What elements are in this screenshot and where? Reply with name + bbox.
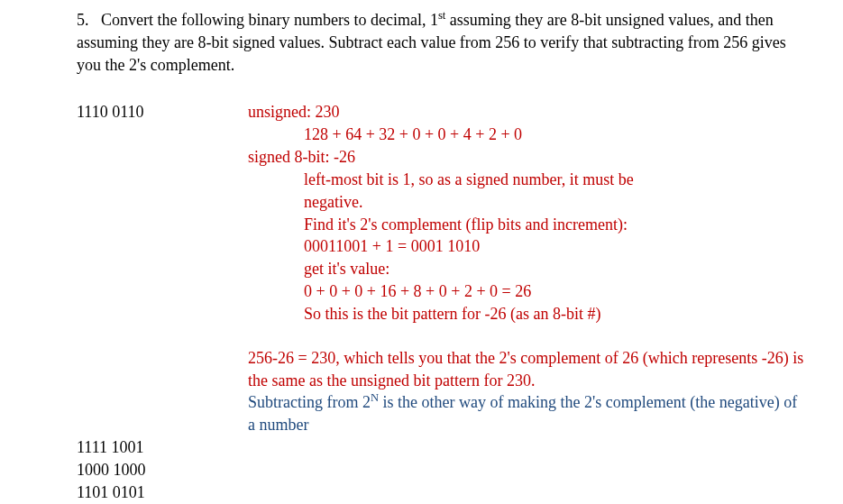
signed-line: 0 + 0 + 0 + 16 + 8 + 0 + 2 + 0 = 26 (248, 280, 807, 303)
signed-line: 00011001 + 1 = 0001 1010 (248, 235, 807, 258)
question-body-before-sup: Convert the following binary numbers to … (101, 11, 438, 29)
signed-line: left-most bit is 1, so as a signed numbe… (248, 169, 807, 191)
question-number: 5. (77, 11, 89, 29)
signed-line: So this is the bit pattern for -26 (as a… (248, 303, 807, 325)
signed-line: negative. (248, 191, 807, 214)
worked-example-row: 1110 0110 unsigned: 230 128 + 64 + 32 + … (77, 101, 807, 436)
blue-superscript: N (371, 391, 379, 404)
question-text: 5. Convert the following binary numbers … (77, 9, 807, 76)
unsigned-label: unsigned: 230 (248, 101, 807, 124)
signed-line: get it's value: (248, 258, 807, 280)
answer-column: unsigned: 230 128 + 64 + 32 + 0 + 0 + 4 … (248, 101, 807, 436)
binary-value: 1111 1001 (77, 436, 807, 459)
unsigned-calculation: 128 + 64 + 32 + 0 + 0 + 4 + 2 + 0 (248, 124, 807, 146)
signed-line: Find it's 2's complement (flip bits and … (248, 214, 807, 236)
verify-line: 256-26 = 230, which tells you that the 2… (248, 347, 807, 392)
binary-value: 1000 1000 (77, 459, 807, 481)
remaining-binaries: 1111 1001 1000 1000 1101 0101 (77, 436, 807, 503)
blue-note: Subtracting from 2N is the other way of … (248, 391, 807, 436)
binary-value: 1101 0101 (77, 481, 807, 504)
blue-before-sup: Subtracting from 2 (248, 393, 371, 411)
binary-value: 1110 0110 (77, 101, 248, 124)
signed-label: signed 8-bit: -26 (248, 146, 807, 169)
